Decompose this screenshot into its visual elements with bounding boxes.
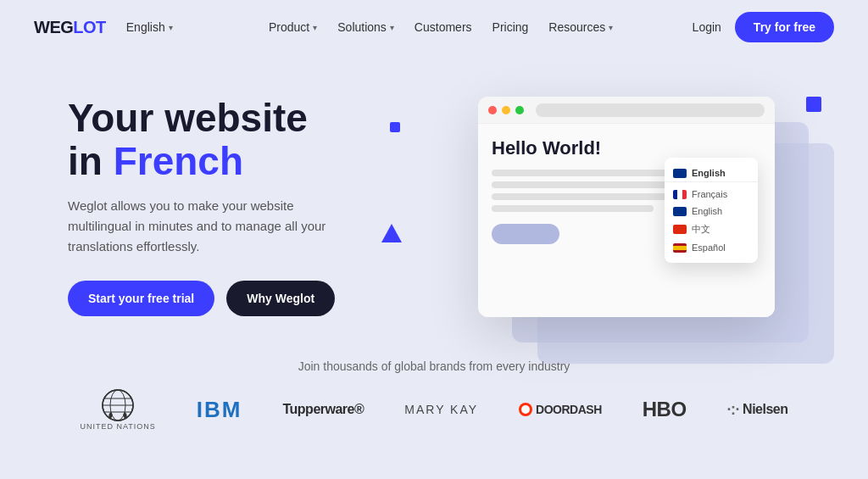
- hero-section: Your website in French Weglot allows you…: [0, 54, 868, 343]
- lang-label-es: Español: [692, 242, 726, 253]
- language-label: English: [126, 20, 165, 34]
- nav-item-pricing[interactable]: Pricing: [492, 20, 529, 34]
- brand-united-nations: UNITED NATIONS: [80, 388, 155, 431]
- brand-hbo: HBO: [643, 398, 687, 421]
- logo[interactable]: WEGLOT: [34, 18, 106, 37]
- language-selector[interactable]: English ▾: [126, 20, 173, 34]
- browser-toolbar: [478, 97, 775, 124]
- brands-logos: UNITED NATIONS IBM Tupperware® MARY KAY …: [34, 388, 834, 431]
- hero-text: Your website in French Weglot allows you…: [68, 88, 424, 316]
- browser-dot-green: [515, 106, 524, 114]
- start-trial-button[interactable]: Start your free trial: [68, 281, 214, 316]
- flag-es: [673, 243, 687, 253]
- deco-triangle-blue: [381, 224, 402, 242]
- nav-item-solutions[interactable]: Solutions ▾: [337, 20, 394, 34]
- lang-label-fr: Français: [692, 189, 727, 199]
- un-logo-icon: [101, 388, 135, 422]
- hero-title-highlight: French: [114, 139, 243, 183]
- brand-nielsen-text: ·:· Nielsen: [727, 401, 788, 419]
- brand-mary-kay-text: MARY KAY: [404, 403, 478, 416]
- why-weglot-button[interactable]: Why Weglot: [226, 281, 335, 316]
- hero-visual: Hello World! English Fran: [461, 71, 817, 343]
- brand-tupperware-text: Tupperware®: [282, 402, 364, 417]
- nav-item-resources[interactable]: Resources ▾: [548, 20, 613, 34]
- lang-panel-header: English: [665, 164, 758, 182]
- login-button[interactable]: Login: [693, 20, 721, 34]
- lang-header-label: English: [692, 168, 726, 178]
- lang-label-en: English: [692, 206, 722, 216]
- hello-world-text: Hello World!: [492, 137, 761, 159]
- url-bar: [536, 103, 765, 117]
- doordash-icon: [519, 403, 532, 416]
- brand-un-label: UNITED NATIONS: [80, 422, 155, 431]
- lang-item-en[interactable]: English: [665, 203, 758, 220]
- language-dropdown-panel: English Français English 中文: [665, 158, 758, 263]
- flag-en: [673, 207, 687, 216]
- brand-mary-kay: MARY KAY: [404, 403, 478, 416]
- lang-item-cn[interactable]: 中文: [665, 220, 758, 239]
- chevron-down-icon: ▾: [390, 23, 394, 32]
- navbar: WEGLOT English ▾ Product ▾ Solutions ▾ C…: [0, 0, 868, 54]
- chevron-down-icon: ▾: [609, 23, 613, 32]
- flag-fr: [673, 190, 687, 199]
- lang-item-fr[interactable]: Français: [665, 186, 758, 203]
- hero-title-line1: Your website: [68, 96, 308, 140]
- nav-item-customers[interactable]: Customers: [415, 20, 472, 34]
- chevron-down-icon: ▾: [169, 23, 173, 32]
- hero-title: Your website in French: [68, 97, 424, 182]
- flag-cn: [673, 225, 687, 234]
- browser-line-cta: [492, 224, 559, 244]
- brand-doordash: DOORDASH: [519, 403, 602, 416]
- nav-links: Product ▾ Solutions ▾ Customers Pricing …: [197, 20, 686, 34]
- browser-content: Hello World! English Fran: [478, 124, 775, 317]
- hero-buttons: Start your free trial Why Weglot: [68, 281, 424, 316]
- brand-doordash-text: DOORDASH: [519, 403, 602, 416]
- try-for-free-button[interactable]: Try for free: [735, 12, 834, 42]
- nielsen-icon: ·:·: [727, 401, 740, 419]
- browser-dot-yellow: [502, 106, 510, 114]
- chevron-down-icon: ▾: [313, 23, 317, 32]
- hero-title-line2-plain: in: [68, 139, 114, 183]
- brand-ibm: IBM: [197, 397, 242, 423]
- brand-tupperware: Tupperware®: [282, 402, 364, 417]
- browser-dot-red: [488, 106, 497, 114]
- nav-item-product[interactable]: Product ▾: [269, 20, 317, 34]
- flag-en-header: [673, 169, 687, 178]
- hero-description: Weglot allows you to make your website m…: [68, 196, 356, 257]
- brand-ibm-text: IBM: [197, 397, 242, 423]
- lang-label-cn: 中文: [692, 223, 710, 236]
- brand-hbo-text: HBO: [643, 398, 687, 421]
- lang-item-es[interactable]: Español: [665, 239, 758, 256]
- browser-line-4: [492, 205, 654, 212]
- browser-mockup: Hello World! English Fran: [478, 97, 775, 317]
- nav-actions: Login Try for free: [693, 12, 834, 42]
- brand-nielsen: ·:· Nielsen: [727, 401, 788, 419]
- deco-square-blue-small: [390, 122, 400, 132]
